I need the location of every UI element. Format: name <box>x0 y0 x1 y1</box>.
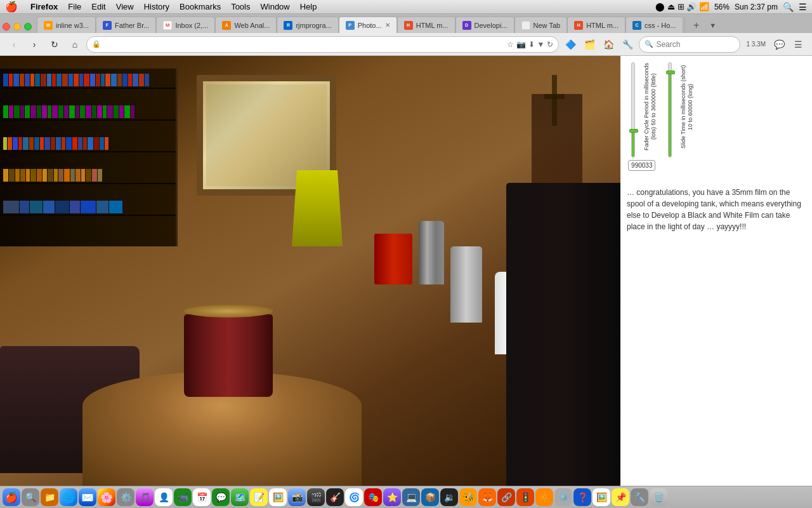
dock-mail[interactable]: ✉️ <box>79 488 96 506</box>
tab-father[interactable]: F Father Br... <box>96 17 156 33</box>
dock-textsoap[interactable]: 🐝 <box>459 488 477 506</box>
menu-history[interactable]: History <box>139 0 174 14</box>
tab-favicon-newtab <box>521 21 530 30</box>
bookmark-star-icon[interactable]: ☆ <box>507 40 514 49</box>
chat-btn[interactable]: 💬 <box>770 36 788 53</box>
dock-itunes[interactable]: 🎵 <box>136 488 154 506</box>
dock-garageband[interactable]: 🎸 <box>326 488 344 506</box>
fader-cycle-slider-group: Fader Cycle Period in milliseconds (lots… <box>627 62 657 171</box>
minimize-window-btn[interactable] <box>13 23 21 30</box>
dock-filezilla[interactable]: 🔗 <box>497 488 515 506</box>
close-window-btn[interactable] <box>3 23 10 30</box>
menu-bookmarks[interactable]: Bookmarks <box>174 0 226 14</box>
dock-virtualbox[interactable]: 📦 <box>421 488 439 506</box>
dock-photos[interactable]: 🌸 <box>98 488 115 506</box>
dock-stickies[interactable]: 📌 <box>612 488 629 506</box>
tab-gmail[interactable]: M Inbox (2,... <box>156 17 215 33</box>
description-text: … congratulations, you have a 35mm film … <box>627 187 806 232</box>
apple-menu[interactable]: 🍎 <box>5 1 18 13</box>
url-dropdown-icon[interactable]: ▼ <box>537 40 545 49</box>
dock-finder[interactable]: 🍎 <box>3 488 20 506</box>
dock-maps[interactable]: 🗺️ <box>231 488 249 506</box>
menu-edit[interactable]: Edit <box>86 0 110 14</box>
tab-inline[interactable]: W inline w3... <box>37 17 96 33</box>
battery-status: 56% <box>714 3 730 11</box>
dock-firefox[interactable]: 🦊 <box>478 488 496 506</box>
dock-imageview[interactable]: 🖼️ <box>593 488 610 506</box>
fader-cycle-slider[interactable] <box>627 62 639 157</box>
counter-btn[interactable]: 1 3.3M <box>743 36 769 53</box>
menu-view[interactable]: View <box>111 0 139 14</box>
search-input[interactable] <box>656 40 719 49</box>
dock-vlc[interactable]: 🔆 <box>535 488 553 506</box>
home-nav-btn[interactable]: 🏠 <box>599 36 617 53</box>
download-icon[interactable]: ⬇ <box>528 40 535 49</box>
url-bar-wrapper[interactable]: 🔒 www.rjmprogramming.com.au/PHP/slidesho… <box>86 36 559 53</box>
menu-window[interactable]: Window <box>256 0 295 14</box>
dock-utilities[interactable]: 🔧 <box>631 488 648 506</box>
dock-imessage[interactable]: 💬 <box>212 488 230 506</box>
tab-overflow-button[interactable]: ▼ <box>705 18 721 33</box>
forward-button[interactable]: › <box>25 36 43 53</box>
refresh-icon[interactable]: ↻ <box>547 40 553 49</box>
search-bar-wrapper[interactable]: 🔍 <box>639 36 740 53</box>
pocket-button[interactable]: 🗂️ <box>580 36 598 53</box>
dock-handbrake[interactable]: 🚦 <box>516 488 534 506</box>
dock-spotlight[interactable]: 🔍 <box>22 488 39 506</box>
reload-button[interactable]: ↻ <box>46 36 63 53</box>
dock-safari[interactable]: 🌐 <box>60 488 77 506</box>
dock-settings[interactable]: ⚙️ <box>117 488 134 506</box>
addon2-btn[interactable]: 🔧 <box>619 36 636 53</box>
dock-notes[interactable]: 📝 <box>250 488 268 506</box>
dock-calendar[interactable]: 📅 <box>193 488 211 506</box>
maximize-window-btn[interactable] <box>24 23 32 30</box>
url-input[interactable]: www.rjmprogramming.com.au/PHP/slideshow_… <box>103 40 504 49</box>
slide-time-slider[interactable] <box>664 62 676 157</box>
tab-rjm[interactable]: R rjmprogra... <box>277 17 338 33</box>
notification-icon[interactable]: ☰ <box>799 2 807 12</box>
dock-chrome[interactable]: 🌀 <box>345 488 363 506</box>
browser-chrome: W inline w3... F Father Br... M Inbox (2… <box>0 14 812 56</box>
tab-favicon-html2: H <box>574 21 583 30</box>
search-menubar-icon[interactable]: 🔍 <box>783 2 794 12</box>
dock-help[interactable]: ❓ <box>573 488 591 506</box>
dock-systemprefs[interactable]: ⚙️ <box>554 488 572 506</box>
tab-html1[interactable]: H HTML m... <box>397 17 455 33</box>
menu-tools[interactable]: Tools <box>226 0 255 14</box>
tab-label-gmail: Inbox (2,... <box>175 22 208 29</box>
tab-develop[interactable]: D Developi... <box>455 17 514 33</box>
dock-preview[interactable]: 🖼️ <box>269 488 287 506</box>
menu-btn[interactable]: ☰ <box>789 36 807 53</box>
dock-files[interactable]: 📁 <box>41 488 58 506</box>
dock-screenflow[interactable]: 💻 <box>402 488 420 506</box>
dock-facetime[interactable]: 📹 <box>174 488 192 506</box>
menu-help[interactable]: Help <box>295 0 322 14</box>
dock-opera[interactable]: 🎭 <box>364 488 382 506</box>
drum-table-area <box>63 321 381 486</box>
menu-firefox[interactable]: Firefox <box>25 0 63 14</box>
tab-css[interactable]: C css - Ho... <box>625 17 683 33</box>
tab-favicon-inline: W <box>44 21 53 30</box>
menu-file[interactable]: File <box>63 0 86 14</box>
new-tab-button[interactable]: + <box>689 18 704 33</box>
home-button[interactable]: ⌂ <box>66 36 84 53</box>
dock-imovie2[interactable]: ⭐ <box>383 488 401 506</box>
back-button[interactable]: ‹ <box>5 36 23 53</box>
dock-imovie[interactable]: 🎬 <box>307 488 325 506</box>
menu-bar: 🍎 Firefox File Edit View History Bookmar… <box>0 0 812 14</box>
tab-newtab[interactable]: New Tab <box>514 17 568 33</box>
addons-button[interactable]: 🔷 <box>561 36 579 53</box>
tab-photo[interactable]: P Photo... ✕ <box>339 17 397 33</box>
tab-analytics[interactable]: A Web Anal... <box>215 17 277 33</box>
cross-horizontal <box>544 94 565 99</box>
dock-iphoto[interactable]: 📸 <box>288 488 306 506</box>
dock-trash[interactable]: 🗑️ <box>650 488 667 506</box>
tab-close-photo[interactable]: ✕ <box>385 22 390 29</box>
nav-bar: ‹ › ↻ ⌂ 🔒 www.rjmprogramming.com.au/PHP/… <box>0 33 812 56</box>
slide-time-thumb[interactable] <box>666 70 675 74</box>
dock-soundflower[interactable]: 🔉 <box>440 488 458 506</box>
dock-contacts[interactable]: 👤 <box>155 488 173 506</box>
tab-html2[interactable]: H HTML m... <box>567 17 625 33</box>
fader-cycle-thumb[interactable] <box>629 129 638 133</box>
screenshot-icon[interactable]: 📷 <box>516 40 526 49</box>
